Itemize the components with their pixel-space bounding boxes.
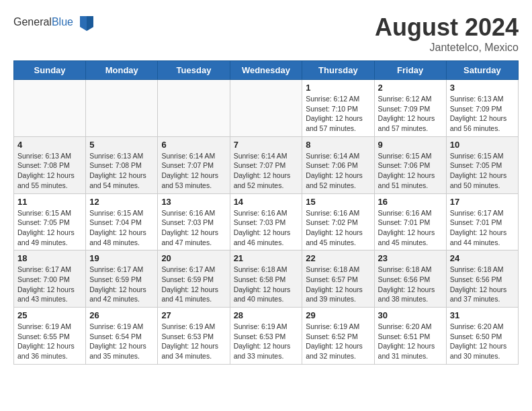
svg-marker-1 <box>87 16 93 31</box>
day-info: Sunrise: 6:12 AMSunset: 7:10 PMDaylight:… <box>306 94 370 134</box>
location-subtitle: Jantetelco, Mexico <box>375 42 519 54</box>
week-row-1: 1Sunrise: 6:12 AMSunset: 7:10 PMDaylight… <box>14 80 519 137</box>
day-number: 17 <box>450 197 515 207</box>
day-number: 6 <box>161 140 226 150</box>
page-header: GeneralBlue August 2024 Jantetelco, Mexi… <box>13 13 519 54</box>
day-info: Sunrise: 6:14 AMSunset: 7:06 PMDaylight:… <box>306 151 370 191</box>
day-number: 23 <box>378 253 443 263</box>
day-cell: 29Sunrise: 6:19 AMSunset: 6:52 PMDayligh… <box>302 308 374 365</box>
day-info: Sunrise: 6:16 AMSunset: 7:02 PMDaylight:… <box>306 208 370 248</box>
day-cell: 30Sunrise: 6:20 AMSunset: 6:51 PMDayligh… <box>374 308 446 365</box>
day-info: Sunrise: 6:14 AMSunset: 7:07 PMDaylight:… <box>161 151 226 191</box>
col-sunday: Sunday <box>14 61 86 80</box>
day-cell <box>158 80 230 137</box>
day-number: 8 <box>306 140 370 150</box>
day-number: 12 <box>89 197 154 207</box>
day-cell <box>230 80 302 137</box>
day-info: Sunrise: 6:15 AMSunset: 7:05 PMDaylight:… <box>450 151 515 191</box>
day-cell: 15Sunrise: 6:16 AMSunset: 7:02 PMDayligh… <box>302 193 374 250</box>
day-info: Sunrise: 6:16 AMSunset: 7:03 PMDaylight:… <box>234 208 299 248</box>
day-cell: 9Sunrise: 6:15 AMSunset: 7:06 PMDaylight… <box>374 136 446 193</box>
day-number: 10 <box>450 140 515 150</box>
day-info: Sunrise: 6:14 AMSunset: 7:07 PMDaylight:… <box>234 151 299 191</box>
day-cell <box>14 80 86 137</box>
day-info: Sunrise: 6:19 AMSunset: 6:52 PMDaylight:… <box>306 322 370 361</box>
day-info: Sunrise: 6:19 AMSunset: 6:55 PMDaylight:… <box>17 322 82 361</box>
day-info: Sunrise: 6:17 AMSunset: 6:59 PMDaylight:… <box>89 265 154 304</box>
day-cell: 6Sunrise: 6:14 AMSunset: 7:07 PMDaylight… <box>158 136 230 193</box>
day-info: Sunrise: 6:17 AMSunset: 6:59 PMDaylight:… <box>161 265 226 304</box>
day-cell: 16Sunrise: 6:16 AMSunset: 7:01 PMDayligh… <box>374 193 446 250</box>
day-cell: 28Sunrise: 6:19 AMSunset: 6:53 PMDayligh… <box>230 308 302 365</box>
day-cell: 27Sunrise: 6:19 AMSunset: 6:53 PMDayligh… <box>158 308 230 365</box>
day-cell: 8Sunrise: 6:14 AMSunset: 7:06 PMDaylight… <box>302 136 374 193</box>
week-row-3: 11Sunrise: 6:15 AMSunset: 7:05 PMDayligh… <box>14 193 519 250</box>
week-row-2: 4Sunrise: 6:13 AMSunset: 7:08 PMDaylight… <box>14 136 519 193</box>
day-cell: 20Sunrise: 6:17 AMSunset: 6:59 PMDayligh… <box>158 250 230 308</box>
day-info: Sunrise: 6:15 AMSunset: 7:04 PMDaylight:… <box>89 208 154 248</box>
col-thursday: Thursday <box>302 61 374 80</box>
day-info: Sunrise: 6:19 AMSunset: 6:53 PMDaylight:… <box>234 322 299 361</box>
day-number: 13 <box>161 197 226 207</box>
day-cell: 17Sunrise: 6:17 AMSunset: 7:01 PMDayligh… <box>446 193 518 250</box>
day-info: Sunrise: 6:12 AMSunset: 7:09 PMDaylight:… <box>378 94 443 134</box>
day-cell: 24Sunrise: 6:18 AMSunset: 6:56 PMDayligh… <box>446 250 518 308</box>
day-cell: 7Sunrise: 6:14 AMSunset: 7:07 PMDaylight… <box>230 136 302 193</box>
day-number: 11 <box>17 197 82 207</box>
day-cell: 5Sunrise: 6:13 AMSunset: 7:08 PMDaylight… <box>86 136 158 193</box>
day-number: 14 <box>234 197 299 207</box>
day-number: 21 <box>234 253 299 263</box>
day-number: 20 <box>161 253 226 263</box>
col-tuesday: Tuesday <box>158 61 230 80</box>
day-info: Sunrise: 6:19 AMSunset: 6:54 PMDaylight:… <box>89 322 154 361</box>
day-cell: 21Sunrise: 6:18 AMSunset: 6:58 PMDayligh… <box>230 250 302 308</box>
day-number: 30 <box>378 310 443 320</box>
day-cell: 10Sunrise: 6:15 AMSunset: 7:05 PMDayligh… <box>446 136 518 193</box>
day-info: Sunrise: 6:18 AMSunset: 6:58 PMDaylight:… <box>234 265 299 304</box>
day-number: 25 <box>17 310 82 320</box>
day-info: Sunrise: 6:15 AMSunset: 7:05 PMDaylight:… <box>17 208 82 248</box>
week-row-4: 18Sunrise: 6:17 AMSunset: 7:00 PMDayligh… <box>14 250 519 308</box>
week-row-5: 25Sunrise: 6:19 AMSunset: 6:55 PMDayligh… <box>14 308 519 365</box>
month-year-title: August 2024 <box>375 13 519 42</box>
day-info: Sunrise: 6:15 AMSunset: 7:06 PMDaylight:… <box>378 151 443 191</box>
day-number: 24 <box>450 253 515 263</box>
day-number: 16 <box>378 197 443 207</box>
day-number: 15 <box>306 197 370 207</box>
day-info: Sunrise: 6:17 AMSunset: 7:00 PMDaylight:… <box>17 265 82 304</box>
day-info: Sunrise: 6:18 AMSunset: 6:56 PMDaylight:… <box>378 265 443 304</box>
day-info: Sunrise: 6:16 AMSunset: 7:03 PMDaylight:… <box>161 208 226 248</box>
day-number: 3 <box>450 83 515 93</box>
day-info: Sunrise: 6:20 AMSunset: 6:50 PMDaylight:… <box>450 322 515 361</box>
day-cell: 14Sunrise: 6:16 AMSunset: 7:03 PMDayligh… <box>230 193 302 250</box>
day-info: Sunrise: 6:18 AMSunset: 6:57 PMDaylight:… <box>306 265 370 304</box>
day-number: 31 <box>450 310 515 320</box>
day-info: Sunrise: 6:18 AMSunset: 6:56 PMDaylight:… <box>450 265 515 304</box>
day-cell: 22Sunrise: 6:18 AMSunset: 6:57 PMDayligh… <box>302 250 374 308</box>
day-number: 4 <box>17 140 82 150</box>
day-number: 26 <box>89 310 154 320</box>
day-cell: 23Sunrise: 6:18 AMSunset: 6:56 PMDayligh… <box>374 250 446 308</box>
day-number: 9 <box>378 140 443 150</box>
day-cell: 19Sunrise: 6:17 AMSunset: 6:59 PMDayligh… <box>86 250 158 308</box>
day-cell: 26Sunrise: 6:19 AMSunset: 6:54 PMDayligh… <box>86 308 158 365</box>
day-number: 28 <box>234 310 299 320</box>
header-row: Sunday Monday Tuesday Wednesday Thursday… <box>14 61 519 80</box>
day-cell: 2Sunrise: 6:12 AMSunset: 7:09 PMDaylight… <box>374 80 446 137</box>
day-number: 1 <box>306 83 370 93</box>
calendar-table: Sunday Monday Tuesday Wednesday Thursday… <box>13 60 519 365</box>
day-cell: 4Sunrise: 6:13 AMSunset: 7:08 PMDaylight… <box>14 136 86 193</box>
day-cell <box>86 80 158 137</box>
col-friday: Friday <box>374 61 446 80</box>
day-info: Sunrise: 6:19 AMSunset: 6:53 PMDaylight:… <box>161 322 226 361</box>
day-number: 2 <box>378 83 443 93</box>
day-cell: 31Sunrise: 6:20 AMSunset: 6:50 PMDayligh… <box>446 308 518 365</box>
day-info: Sunrise: 6:20 AMSunset: 6:51 PMDaylight:… <box>378 322 443 361</box>
day-number: 27 <box>161 310 226 320</box>
day-number: 5 <box>89 140 154 150</box>
day-number: 29 <box>306 310 370 320</box>
day-cell: 13Sunrise: 6:16 AMSunset: 7:03 PMDayligh… <box>158 193 230 250</box>
day-number: 7 <box>234 140 299 150</box>
logo-blue-text: Blue <box>52 16 73 28</box>
title-block: August 2024 Jantetelco, Mexico <box>375 13 519 54</box>
